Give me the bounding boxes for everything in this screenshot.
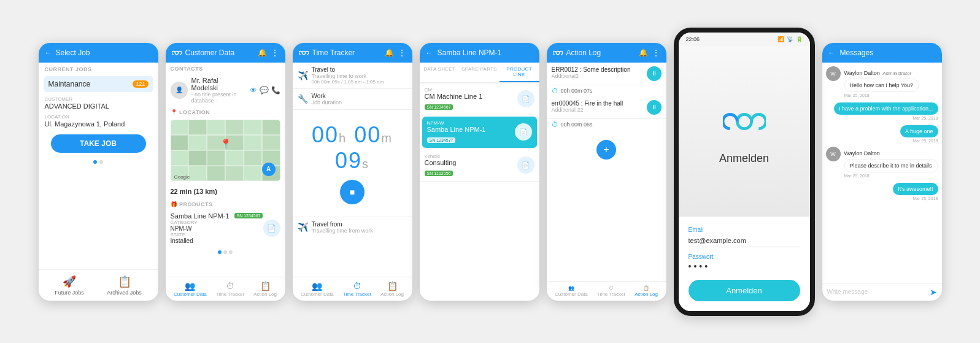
screen6-title: Messages (840, 48, 936, 57)
travel-to-row: ✈️ Travel to Travelling time to work 00h… (293, 63, 412, 89)
customer-nav-label-5: Customer Data (555, 291, 588, 297)
more-icon-5[interactable]: ⋮ (652, 48, 660, 58)
customer-nav-icon-3: 👥 (312, 281, 322, 291)
log-info-1: ERR0012 : Some description Additional2 (552, 66, 643, 79)
action-log-nav-5[interactable]: 📋 Action Log (635, 285, 658, 297)
message-content-4: Waylon Dalton Please describe it to me i… (844, 147, 938, 178)
back-icon-4[interactable]: ← (426, 49, 433, 56)
bubble-1: Hello how can I help You? (844, 79, 919, 92)
customer-value: ADVANCED DIGITAL (39, 102, 158, 112)
action-log-nav-label-5: Action Log (635, 291, 658, 297)
time-tracker-nav-label-3: Time Tracker (343, 291, 371, 297)
timer-display: 00h 00m 09s ■ (293, 110, 412, 217)
travel-to-title: Travel to (312, 66, 407, 73)
customer-label: CUSTOMER (39, 94, 158, 102)
product-line-item-3[interactable]: Vehicle Consulting SN 1112056 📄 (420, 150, 539, 182)
notification-icon-5[interactable]: 🔔 (639, 48, 648, 57)
time-tracker-nav-icon: ⏱ (226, 281, 234, 291)
time-tracker-nav-3[interactable]: ⏱ Time Tracker (343, 281, 371, 297)
action-log-nav-3[interactable]: 📋 Action Log (380, 281, 404, 297)
phone-icon[interactable]: 📞 (271, 86, 280, 94)
product-item: Samba Line NPM-1 SN 1234567 CATEGORY NPM… (166, 209, 285, 248)
action-log-nav[interactable]: 📋 Action Log (253, 281, 277, 297)
login-button[interactable]: Anmelden (689, 280, 800, 301)
archived-jobs-icon: 📋 (118, 275, 131, 288)
log-pause-btn-1[interactable]: ⏸ (647, 66, 662, 81)
time-tracker-nav-label-5: Time Tracker (597, 291, 625, 297)
time-1: Mar 25, 2018 (844, 93, 938, 98)
screen4-header: ← Samba Line NPM-1 (420, 43, 539, 63)
travel-from-row: ✈️ Travel from Travelling time from work (293, 217, 412, 237)
log-sub-2: Additional 22 (552, 107, 643, 113)
log-pause-btn-2[interactable]: ⏸ (647, 100, 662, 115)
time-tracker-nav-5[interactable]: ⏱ Time Tracker (597, 285, 625, 297)
email-input[interactable] (689, 234, 800, 247)
archived-jobs-label: Archived Jobs (107, 290, 142, 296)
send-button[interactable]: ➤ (930, 287, 937, 297)
more-icon-3[interactable]: ⋮ (398, 48, 406, 58)
location-section-label: 📍 LOCATION (166, 107, 285, 117)
time-tracker-nav[interactable]: ⏱ Time Tracker (216, 281, 244, 297)
back-icon[interactable]: ← (45, 48, 52, 57)
customer-data-nav-5[interactable]: 👥 Customer Data (555, 285, 588, 297)
password-dots: •••• (689, 261, 800, 271)
archived-jobs-nav[interactable]: 📋 Archived Jobs (107, 275, 142, 296)
chat-icon[interactable]: 💬 (260, 86, 269, 94)
notification-icon-3[interactable]: 🔔 (385, 48, 394, 57)
product-line-info-2: NPM-W Samba Line NPM-1 SN 1234577 (427, 120, 515, 144)
screen3-title: Time Tracker (312, 48, 385, 57)
work-icon: 🔧 (298, 94, 308, 104)
action-log-nav-icon-5: 📋 (643, 285, 649, 291)
job-item[interactable]: Maintanance 121 (44, 76, 153, 92)
more-icon[interactable]: ⋮ (271, 48, 279, 58)
message-input-bar: Write message ➤ (822, 283, 942, 301)
product-line-item-1[interactable]: CM CM Machine Line 1 SN 1234567 📄 (420, 83, 539, 115)
timer-stop-button[interactable]: ■ (340, 180, 365, 204)
log-item-1: ERR0012 : Some description Additional2 ⏸ (547, 63, 666, 85)
log-sub-1: Additional2 (552, 73, 643, 79)
travel-to-time: 00h 00m 05s / 1:05 am - 1:05 am (312, 79, 407, 85)
action-log-nav-icon-3: 📋 (387, 281, 398, 291)
add-log-fab[interactable]: + (596, 140, 616, 160)
time-tracker-nav-icon-5: ⏱ (609, 285, 614, 291)
customer-data-nav[interactable]: 👥 Customer Data (174, 281, 207, 297)
message-item-4: W Waylon Dalton Please describe it to me… (826, 147, 938, 178)
bottom-nav-screen3: 👥 Customer Data ⏱ Time Tracker 📋 Action … (293, 277, 412, 301)
dot-2 (223, 250, 227, 254)
eye-icon[interactable]: 👁 (250, 86, 257, 94)
product-icon-2[interactable]: 📄 (515, 123, 532, 141)
future-jobs-nav[interactable]: 🚀 Future Jobs (55, 275, 84, 296)
screen-time-tracker: Time Tracker 🔔 ⋮ ✈️ Travel to Travelling… (293, 43, 412, 301)
message-placeholder[interactable]: Write message (827, 288, 930, 295)
login-form: Email Passwort •••• Anmelden (679, 217, 810, 311)
tab-product-line[interactable]: PRODUCT LINE (500, 63, 539, 82)
timer-digits: 00h 00m 09s (293, 122, 412, 174)
product-name: Samba Line NPM-1 (171, 212, 230, 220)
customer-nav-label-3: Customer Data (301, 291, 334, 297)
clock-icon-1: ⏱ (552, 87, 558, 94)
signal-icon: 📶 (777, 36, 784, 42)
infinite-logo-icon (172, 49, 182, 56)
product-icon-1[interactable]: 📄 (517, 90, 534, 107)
product-line-item-2[interactable]: NPM-W Samba Line NPM-1 SN 1234577 📄 (422, 117, 537, 148)
product-name-1: CM Machine Line 1 (425, 93, 517, 100)
screen-select-job: ← Select Job CURRENT JOBS Maintanance 12… (39, 43, 158, 301)
back-icon-6[interactable]: ← (828, 49, 835, 56)
take-job-button[interactable]: TAKE JOB (51, 134, 146, 153)
tab-spare-parts[interactable]: SPARE PARTS (460, 63, 500, 82)
time-5: Mar 25, 2018 (912, 196, 938, 201)
customer-data-nav-3[interactable]: 👥 Customer Data (301, 281, 334, 297)
map-view[interactable]: 📍 A Google (171, 120, 280, 181)
password-label: Passwort (689, 253, 800, 260)
screen1-title: Select Job (56, 48, 90, 57)
notification-icon[interactable]: 🔔 (258, 48, 267, 57)
contact-sub: - no title present in database - (191, 91, 246, 104)
bubble-5: It's awesome!! (893, 183, 938, 195)
message-item-2: I have a problem with the application...… (826, 101, 938, 120)
time-4: Mar 25, 2018 (844, 174, 938, 178)
product-icon-3[interactable]: 📄 (517, 156, 534, 174)
product-doc-icon[interactable]: 📄 (263, 220, 280, 237)
tab-data-sheet[interactable]: DATA SHEET (420, 63, 460, 82)
fab-container: + (547, 130, 666, 169)
products-icon: 🎁 (171, 201, 178, 207)
